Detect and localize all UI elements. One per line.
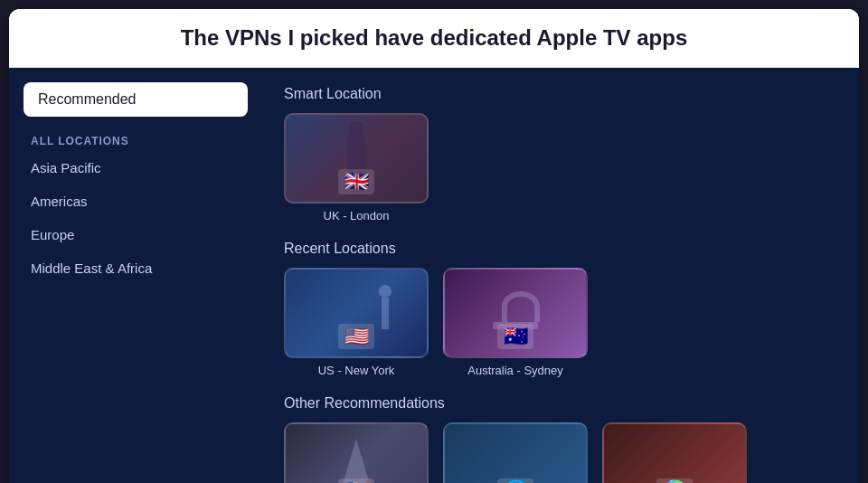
au-sydney-card-item: 🇦🇺 Australia - Sydney xyxy=(443,268,588,377)
sidebar-item-all-locations[interactable]: ALL LOCATIONS xyxy=(24,131,248,151)
uk-flag: 🇬🇧 xyxy=(338,169,374,194)
generic1-flag: 🌐 xyxy=(497,478,533,483)
sidebar-selected[interactable]: Recommended xyxy=(24,82,248,117)
uk-london-card[interactable]: 🇬🇧 xyxy=(284,113,429,204)
smart-location-section: Smart Location 🇬🇧 UK - London xyxy=(284,86,837,223)
sidebar-item-middle-east-africa[interactable]: Middle East & Africa xyxy=(24,251,248,285)
recent-locations-cards: 🇺🇸 US - New York 🇦🇺 Australia - Sydney xyxy=(284,268,837,377)
recent-locations-section: Recent Locations 🇺🇸 US - New York xyxy=(284,241,837,377)
generic2-card[interactable]: 🌍 xyxy=(602,422,747,483)
other-recommendations-cards: 🇫🇷 🌐 🌍 xyxy=(284,422,837,483)
us-newyork-label: US - New York xyxy=(318,364,395,377)
au-sydney-card[interactable]: 🇦🇺 xyxy=(443,268,588,358)
statue-icon xyxy=(373,284,400,329)
main-container: The VPNs I picked have dedicated Apple T… xyxy=(9,9,859,483)
uk-london-label: UK - London xyxy=(324,209,390,223)
generic1-card[interactable]: 🌐 xyxy=(443,422,588,483)
header-banner: The VPNs I picked have dedicated Apple T… xyxy=(9,9,859,68)
fr-flag: 🇫🇷 xyxy=(338,478,374,483)
smart-location-cards: 🇬🇧 UK - London xyxy=(284,113,837,223)
sidebar-nav: ALL LOCATIONS Asia Pacific Americas Euro… xyxy=(9,131,262,285)
page-title: The VPNs I picked have dedicated Apple T… xyxy=(31,25,837,51)
smart-location-title: Smart Location xyxy=(284,86,837,102)
generic1-card-item: 🌐 xyxy=(443,422,588,483)
sidebar: Recommended ALL LOCATIONS Asia Pacific A… xyxy=(9,68,262,483)
other-recommendations-title: Other Recommendations xyxy=(284,395,837,412)
sidebar-item-americas[interactable]: Americas xyxy=(24,185,248,218)
sidebar-item-europe[interactable]: Europe xyxy=(24,218,248,251)
recent-locations-title: Recent Locations xyxy=(284,241,837,257)
us-flag: 🇺🇸 xyxy=(338,324,374,349)
us-newyork-card-item: 🇺🇸 US - New York xyxy=(284,268,429,377)
other-recommendations-section: Other Recommendations 🇫🇷 🌐 xyxy=(284,395,837,483)
generic2-flag: 🌍 xyxy=(656,478,693,483)
au-sydney-label: Australia - Sydney xyxy=(467,364,563,377)
generic2-card-item: 🌍 xyxy=(602,422,747,483)
main-content: Smart Location 🇬🇧 UK - London Recent Loc… xyxy=(262,68,859,483)
au-flag: 🇦🇺 xyxy=(497,324,533,349)
big-ben-icon xyxy=(320,122,392,176)
sidebar-item-asia-pacific[interactable]: Asia Pacific xyxy=(24,151,248,185)
us-newyork-card[interactable]: 🇺🇸 xyxy=(284,268,429,358)
fr-paris-card-item: 🇫🇷 xyxy=(284,422,429,483)
uk-london-card-item: 🇬🇧 UK - London xyxy=(284,113,429,223)
app-body: Recommended ALL LOCATIONS Asia Pacific A… xyxy=(9,68,859,483)
fr-paris-card[interactable]: 🇫🇷 xyxy=(284,422,429,483)
